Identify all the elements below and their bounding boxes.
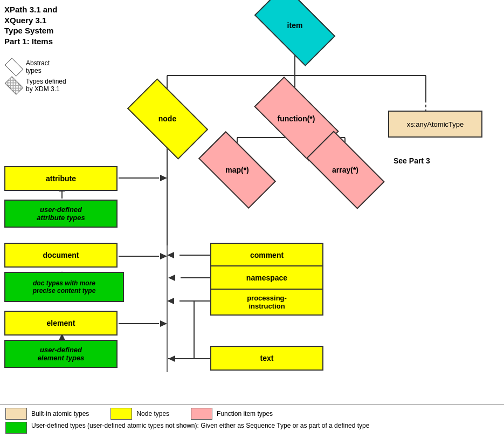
user-elem-label: user-defined element types (38, 346, 85, 362)
array-label: array(*) (332, 166, 358, 174)
legend-node-types: Node types (111, 408, 169, 420)
user-attr-box: user-defined attribute types (4, 200, 118, 228)
svg-marker-39 (160, 253, 167, 259)
comment-label: comment (250, 251, 284, 259)
svg-marker-37 (160, 320, 167, 327)
function-diamond: function(*) (254, 94, 338, 143)
user-defined-color-box (5, 422, 27, 434)
doc-types-box: doc types with more precise content type (4, 272, 124, 302)
svg-marker-33 (168, 275, 175, 281)
comment-box: comment (210, 243, 323, 268)
svg-marker-42 (168, 355, 175, 362)
function-types-label: Function item types (217, 410, 273, 418)
abstract-types-label: Abstracttypes (26, 59, 50, 74)
builtin-color-box (5, 408, 27, 420)
user-defined-label: User-defined types (user-defined atomic … (31, 422, 369, 429)
text-box: text (210, 346, 323, 371)
title-line2: XQuery 3.1 (4, 15, 57, 26)
legend-bottom: Built-in atomic types Node types Functio… (0, 404, 504, 434)
svg-marker-29 (167, 298, 174, 304)
item-diamond: item (254, 1, 335, 50)
abstract-types-icon (4, 61, 23, 72)
legend-builtin: Built-in atomic types (5, 408, 89, 420)
array-diamond: array(*) (306, 148, 384, 191)
namespace-label: namespace (246, 273, 287, 282)
node-label: node (158, 114, 176, 123)
attribute-box: attribute (4, 166, 118, 191)
title-line4: Part 1: Items (4, 36, 57, 47)
legend-symbols: Abstracttypes Types definedby XDM 3.1 (4, 59, 66, 96)
title-line3: Type System (4, 25, 57, 36)
see-part3-text: See Part 3 (393, 156, 430, 165)
svg-marker-25 (167, 252, 174, 258)
attribute-label: attribute (46, 174, 76, 183)
document-label: document (43, 251, 79, 259)
map-diamond: map(*) (199, 148, 275, 191)
item-label: item (287, 21, 303, 30)
element-box: element (4, 311, 118, 336)
node-diamond: node (128, 94, 206, 143)
xs-any-label: xs:anyAtomicType (407, 120, 464, 128)
function-label: function(*) (278, 114, 315, 123)
processing-instruction-box: processing- instruction (210, 289, 323, 316)
processing-label: processing- instruction (247, 294, 287, 310)
svg-marker-20 (160, 175, 167, 181)
xdm-types-icon (4, 80, 23, 91)
title-line1: XPath 3.1 and (4, 4, 57, 15)
title-block: XPath 3.1 and XQuery 3.1 Type System Par… (4, 4, 57, 46)
namespace-box: namespace (210, 265, 323, 290)
node-types-color-box (111, 408, 132, 420)
node-types-label: Node types (136, 410, 169, 418)
element-label: element (47, 319, 75, 327)
legend-function-types: Function item types (191, 408, 273, 420)
user-attr-label: user-defined attribute types (37, 206, 85, 222)
text-label: text (260, 354, 274, 362)
diagram-container: XPath 3.1 and XQuery 3.1 Type System Par… (0, 0, 504, 438)
doc-types-label: doc types with more precise content type (33, 279, 96, 295)
builtin-label: Built-in atomic types (31, 410, 89, 418)
function-types-color-box (191, 408, 212, 420)
xdm-types-label: Types definedby XDM 3.1 (26, 78, 66, 93)
document-box: document (4, 243, 118, 268)
xs-any-atomic-type-box: xs:anyAtomicType (388, 111, 482, 138)
user-elem-box: user-defined element types (4, 340, 118, 368)
map-label: map(*) (225, 166, 249, 174)
